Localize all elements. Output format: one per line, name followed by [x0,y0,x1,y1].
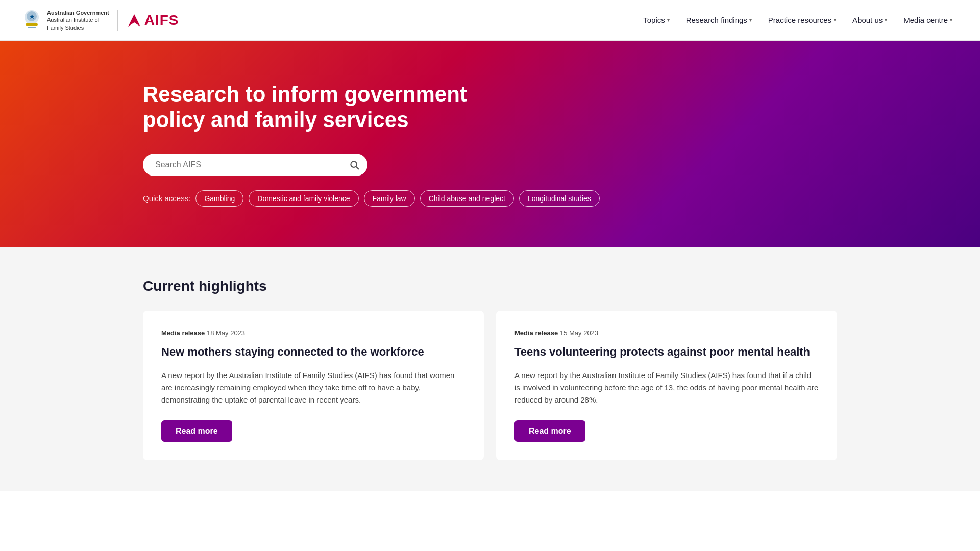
search-bar [143,154,368,176]
card-2-body: A new report by the Australian Institute… [514,369,819,406]
quick-tag-child-abuse[interactable]: Child abuse and neglect [420,190,514,207]
hero-section: Research to inform government policy and… [0,41,980,247]
highlight-card-1: Media release 18 May 2023 New mothers st… [143,311,484,461]
card-2-type: Media release [514,329,558,337]
quick-access-label: Quick access: [143,194,190,203]
card-1-body: A new report by the Australian Institute… [161,369,465,406]
logo-divider [117,10,118,31]
quick-access-area: Quick access: Gambling Domestic and fami… [143,190,960,207]
chevron-down-icon: ▾ [950,17,952,23]
highlight-card-2: Media release 15 May 2023 Teens voluntee… [496,311,837,461]
chevron-down-icon: ▾ [667,17,670,23]
chevron-down-icon: ▾ [749,17,752,23]
gov-line3: Family Studies [47,24,109,31]
logo-link[interactable]: ★ Australian Government Australian Insti… [20,7,179,34]
search-icon [349,160,359,170]
gov-text-block: Australian Government Australian Institu… [47,9,109,31]
quick-tag-family-law[interactable]: Family law [364,190,415,207]
card-2-title: Teens volunteering protects against poor… [514,345,819,360]
highlights-grid: Media release 18 May 2023 New mothers st… [143,311,837,461]
government-logo: ★ Australian Government Australian Insti… [20,7,109,34]
quick-tag-dfv[interactable]: Domestic and family violence [249,190,358,207]
svg-point-6 [351,161,357,167]
svg-rect-4 [28,27,36,28]
hero-title: Research to inform government policy and… [143,82,470,133]
card-1-date: 18 May 2023 [207,329,245,337]
main-content: Current highlights Media release 18 May … [0,247,980,491]
nav-research-findings[interactable]: Research findings ▾ [679,12,759,29]
highlights-title: Current highlights [143,278,837,294]
quick-tag-longitudinal[interactable]: Longitudinal studies [519,190,600,207]
search-input[interactable] [155,156,345,173]
chevron-down-icon: ▾ [834,17,836,23]
svg-rect-3 [26,23,38,26]
quick-tag-gambling[interactable]: Gambling [195,190,243,207]
gov-crest-icon: ★ [20,7,43,34]
nav-media-centre[interactable]: Media centre ▾ [896,12,960,29]
svg-marker-5 [128,14,140,27]
aifs-text: AIFS [144,12,179,29]
svg-text:★: ★ [29,13,35,20]
card-1-read-more[interactable]: Read more [161,420,232,442]
card-1-title: New mothers staying connected to the wor… [161,345,465,360]
nav-practice-resources[interactable]: Practice resources ▾ [761,12,843,29]
gov-line1: Australian Government [47,9,109,16]
search-button[interactable] [345,156,363,174]
site-header: ★ Australian Government Australian Insti… [0,0,980,41]
card-2-meta: Media release 15 May 2023 [514,329,819,337]
nav-topics[interactable]: Topics ▾ [636,12,677,29]
card-2-date: 15 May 2023 [560,329,598,337]
chevron-down-icon: ▾ [885,17,887,23]
card-1-meta: Media release 18 May 2023 [161,329,465,337]
main-nav: Topics ▾ Research findings ▾ Practice re… [636,12,960,29]
card-1-type: Media release [161,329,205,337]
aifs-logo: AIFS [126,12,179,29]
card-2-read-more[interactable]: Read more [514,420,585,442]
gov-line2: Australian Institute of [47,16,109,23]
aifs-arrow-icon [126,12,142,29]
nav-about-us[interactable]: About us ▾ [845,12,894,29]
svg-line-7 [356,167,358,169]
